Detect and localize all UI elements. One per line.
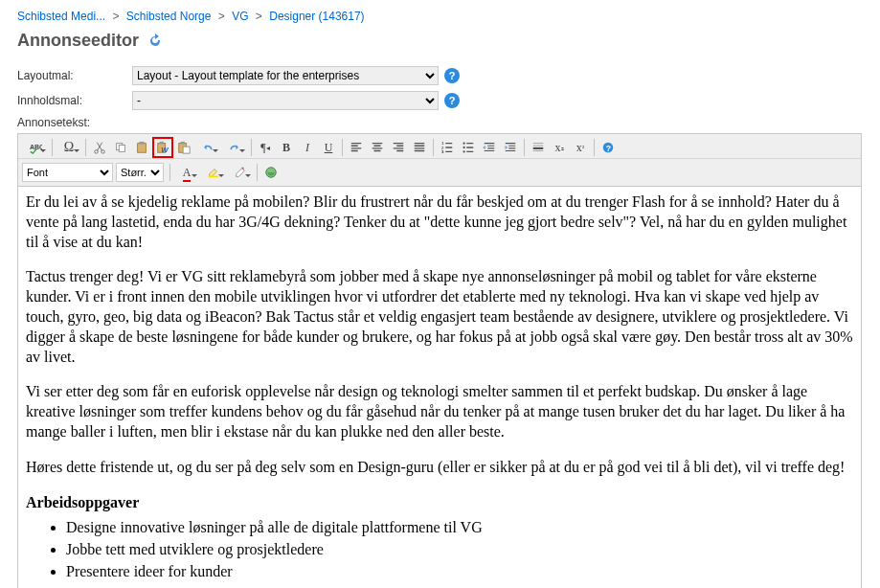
list-item: Designe innovative løsninger på alle de …	[66, 518, 853, 538]
editor-toolbar-row-2: Font Størr... A	[18, 159, 861, 187]
paragraph-button[interactable]: ¶◂	[255, 137, 276, 158]
editor-paragraph: Er du lei av å se kjedelig reklame på mo…	[26, 192, 853, 252]
page-title: Annonseeditor	[17, 31, 863, 51]
undo-button[interactable]	[194, 137, 221, 158]
svg-rect-6	[139, 142, 144, 145]
breadcrumb: Schibsted Medi... > Schibsted Norge > VG…	[17, 6, 863, 27]
cut-button[interactable]	[89, 137, 110, 158]
layout-template-select[interactable]: Layout - Layout template for the enterpr…	[132, 66, 439, 85]
layout-template-label: Layoutmal:	[17, 69, 132, 82]
tasks-list: Designe innovative løsninger på alle de …	[26, 518, 853, 581]
outdent-button[interactable]	[479, 137, 500, 158]
subscript-button[interactable]: x₂	[549, 137, 570, 158]
copy-button[interactable]	[110, 137, 131, 158]
crumb-0[interactable]: Schibsted Medi...	[17, 10, 105, 23]
svg-rect-12	[183, 147, 190, 153]
hr-button[interactable]	[528, 137, 549, 158]
editor-paragraph: Tactus trenger deg! Vi er VG sitt reklam…	[26, 267, 853, 367]
font-size-select[interactable]: Størr...	[116, 163, 164, 182]
svg-point-1	[95, 150, 99, 154]
editor-content-area[interactable]: Er du lei av å se kjedelig reklame på mo…	[18, 187, 861, 588]
superscript-button[interactable]: x²	[570, 137, 591, 158]
crumb-3[interactable]: Designer (143617)	[269, 10, 364, 23]
rich-text-editor: ABC Ω W	[17, 133, 862, 588]
svg-point-17	[463, 147, 464, 148]
svg-rect-4	[119, 145, 124, 151]
paste-plain-button[interactable]	[173, 137, 194, 158]
editor-paragraph: Høres dette fristende ut, og du ser på d…	[26, 458, 853, 478]
align-right-button[interactable]	[388, 137, 409, 158]
help-icon[interactable]: ?	[444, 93, 460, 108]
ad-text-label: Annonsetekst:	[17, 116, 132, 129]
content-template-label: Innholdsmal:	[17, 94, 132, 107]
special-char-button[interactable]: Ω	[56, 137, 82, 158]
align-center-button[interactable]	[367, 137, 388, 158]
list-item: Presentere ideer for kunder	[66, 562, 853, 582]
tasks-heading: Arbeidsoppgaver	[26, 493, 853, 513]
svg-point-2	[102, 150, 105, 154]
svg-text:3: 3	[441, 149, 444, 154]
redo-button[interactable]	[221, 137, 248, 158]
clear-formatting-button[interactable]	[227, 162, 254, 183]
indent-button[interactable]	[500, 137, 521, 158]
content-template-select[interactable]: -	[132, 91, 439, 110]
crumb-1[interactable]: Schibsted Norge	[126, 10, 212, 23]
bold-button[interactable]: B	[276, 137, 297, 158]
paste-button[interactable]	[131, 137, 152, 158]
svg-point-18	[463, 150, 464, 152]
underline-button[interactable]: U	[318, 137, 339, 158]
ordered-list-button[interactable]: 123	[437, 137, 458, 158]
svg-text:W: W	[161, 146, 169, 154]
unordered-list-button[interactable]	[458, 137, 479, 158]
paste-from-word-button[interactable]: W	[152, 137, 173, 158]
svg-rect-11	[181, 142, 185, 145]
list-item: Jobbe tett med utviklere og prosjektlede…	[66, 540, 853, 560]
svg-text:?: ?	[606, 144, 611, 153]
spellcheck-button[interactable]: ABC	[22, 137, 49, 158]
italic-button[interactable]: I	[297, 137, 318, 158]
font-color-button[interactable]: A	[173, 162, 200, 183]
help-icon[interactable]: ?	[444, 68, 460, 83]
svg-rect-5	[138, 144, 147, 153]
font-family-select[interactable]: Font	[22, 163, 113, 182]
svg-rect-8	[160, 142, 164, 145]
align-justify-button[interactable]	[409, 137, 430, 158]
crumb-2[interactable]: VG	[232, 10, 248, 23]
editor-paragraph: Vi ser etter deg som får en euforisk opp…	[26, 382, 853, 441]
svg-point-16	[463, 142, 464, 144]
insert-image-button[interactable]	[260, 162, 282, 183]
svg-rect-21	[209, 176, 219, 178]
refresh-icon[interactable]	[147, 34, 163, 49]
highlight-color-button[interactable]	[200, 162, 227, 183]
editor-toolbar-row-1: ABC Ω W	[18, 134, 861, 159]
align-left-button[interactable]	[346, 137, 367, 158]
editor-help-button[interactable]: ?	[598, 137, 619, 158]
